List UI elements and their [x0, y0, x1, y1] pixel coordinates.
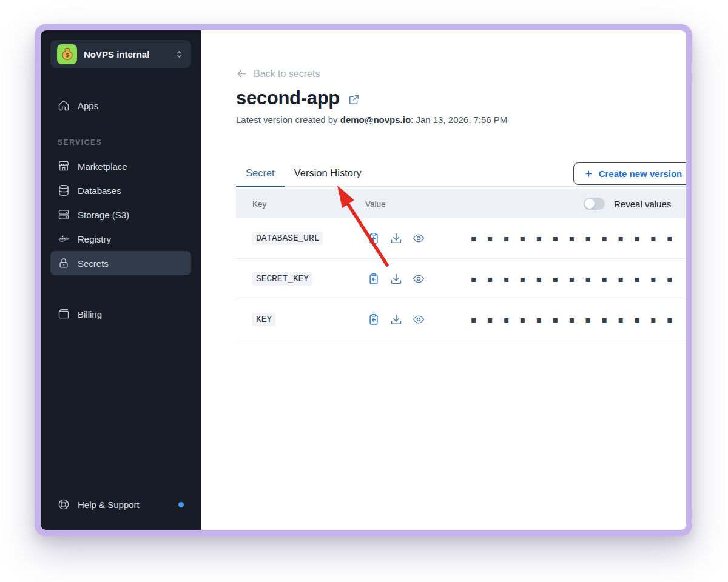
table-header: Key Value Reveal values: [236, 189, 686, 218]
table-row: KEY ▪ ▪ ▪ ▪ ▪ ▪ ▪ ▪ ▪ ▪ ▪ ▪ ▪: [236, 299, 686, 340]
tab-secret[interactable]: Secret: [236, 167, 285, 187]
download-icon[interactable]: [390, 313, 402, 326]
row-actions: [368, 232, 436, 244]
masked-secret-value: ▪ ▪ ▪ ▪ ▪ ▪ ▪ ▪ ▪ ▪ ▪ ▪ ▪: [471, 233, 676, 243]
secret-key-name: KEY: [252, 313, 275, 326]
sidebar-item-label: Databases: [78, 186, 121, 196]
sidebar-nav: Apps SERVICES Marketplace Databases Stor…: [50, 93, 191, 326]
tab-version-history[interactable]: Version History: [285, 167, 371, 187]
chevrons-up-down-icon: [174, 49, 184, 59]
main-content: Back to secrets second-app Latest versio…: [201, 30, 686, 530]
home-icon: [58, 99, 70, 112]
masked-secret-value: ▪ ▪ ▪ ▪ ▪ ▪ ▪ ▪ ▪ ▪ ▪ ▪ ▪: [471, 274, 676, 284]
sidebar-item-databases[interactable]: Databases: [50, 178, 191, 202]
back-to-secrets-link[interactable]: Back to secrets: [236, 68, 320, 79]
latest-version-meta: Latest version created by demo@novps.io:…: [236, 115, 686, 125]
sidebar-item-marketplace[interactable]: Marketplace: [50, 154, 191, 178]
sidebar-footer: Help & Support: [50, 492, 191, 517]
workspace-name: NoVPS internal: [84, 49, 167, 59]
page-title: second-app: [236, 87, 340, 109]
copy-icon[interactable]: [368, 232, 380, 244]
meta-user-email: demo@novps.io: [340, 115, 411, 125]
sidebar-item-billing[interactable]: Billing: [50, 302, 191, 326]
meta-prefix: Latest version created by: [236, 115, 340, 125]
notification-dot: [178, 502, 184, 507]
create-button-label: Create new version: [599, 169, 682, 179]
services-section-label: SERVICES: [58, 138, 191, 147]
external-link-icon[interactable]: [348, 94, 360, 105]
plus-icon: [584, 169, 593, 178]
sidebar: NoVPS internal Apps SERVICES Marketplace…: [41, 30, 201, 530]
meta-suffix: : Jan 13, 2026, 7:56 PM: [411, 115, 507, 125]
sidebar-item-storage-s3[interactable]: Storage (S3): [50, 202, 191, 227]
sidebar-item-label: Marketplace: [78, 161, 127, 172]
life-buoy-icon: [58, 498, 70, 510]
sidebar-item-label: Registry: [78, 234, 111, 244]
table-row: DATABASE_URL ▪ ▪ ▪ ▪ ▪ ▪ ▪ ▪ ▪ ▪ ▪ ▪ ▪: [236, 218, 686, 259]
sidebar-item-registry[interactable]: Registry: [50, 227, 191, 251]
create-new-version-button[interactable]: Create new version: [573, 162, 686, 185]
app-frame: NoVPS internal Apps SERVICES Marketplace…: [41, 30, 686, 530]
storefront-icon: [58, 160, 70, 172]
money-bag-icon: [60, 47, 75, 61]
row-actions: [368, 313, 436, 326]
download-icon[interactable]: [390, 232, 402, 244]
secret-key-name: DATABASE_URL: [252, 232, 323, 245]
eye-icon[interactable]: [413, 232, 425, 244]
secret-key-name: SECRET_KEY: [252, 272, 312, 286]
sidebar-item-label: Billing: [78, 309, 102, 319]
reveal-values-label: Reveal values: [614, 199, 671, 209]
sidebar-item-label: Apps: [78, 101, 98, 111]
nav-spacer: [50, 275, 191, 302]
wallet-icon: [58, 308, 70, 320]
secrets-table: Key Value Reveal values DATABASE_URL ▪ ▪…: [236, 189, 686, 340]
download-icon[interactable]: [390, 273, 402, 285]
row-actions: [368, 273, 436, 285]
docker-whale-icon: [58, 233, 70, 245]
masked-secret-value: ▪ ▪ ▪ ▪ ▪ ▪ ▪ ▪ ▪ ▪ ▪ ▪ ▪: [471, 315, 676, 324]
lock-icon: [58, 257, 70, 269]
sidebar-item-secrets[interactable]: Secrets: [50, 251, 191, 275]
copy-icon[interactable]: [368, 273, 380, 285]
sidebar-item-help-support[interactable]: Help & Support: [50, 492, 191, 517]
eye-icon[interactable]: [413, 273, 425, 285]
copy-icon[interactable]: [368, 313, 380, 326]
tabs-bar: Secret Version History Create new versio…: [236, 162, 686, 187]
server-icon: [58, 209, 70, 221]
arrow-left-icon: [236, 68, 248, 79]
reveal-values-group: Reveal values: [584, 198, 671, 210]
database-icon: [58, 184, 70, 196]
workspace-switcher[interactable]: NoVPS internal: [50, 40, 191, 68]
sidebar-item-apps[interactable]: Apps: [50, 93, 191, 118]
reveal-values-toggle[interactable]: [584, 198, 605, 210]
sidebar-item-label: Secrets: [78, 258, 109, 269]
toggle-knob: [585, 199, 595, 209]
workspace-logo: [57, 44, 77, 64]
column-header-value: Value: [365, 199, 584, 209]
back-link-label: Back to secrets: [254, 69, 320, 79]
sidebar-item-label: Storage (S3): [78, 210, 129, 220]
eye-icon[interactable]: [413, 313, 425, 326]
table-row: SECRET_KEY ▪ ▪ ▪ ▪ ▪ ▪ ▪ ▪ ▪ ▪ ▪ ▪ ▪: [236, 259, 686, 299]
page-title-row: second-app: [236, 87, 686, 109]
app-window: NoVPS internal Apps SERVICES Marketplace…: [35, 24, 692, 536]
sidebar-item-label: Help & Support: [78, 500, 140, 510]
column-header-key: Key: [252, 199, 365, 209]
